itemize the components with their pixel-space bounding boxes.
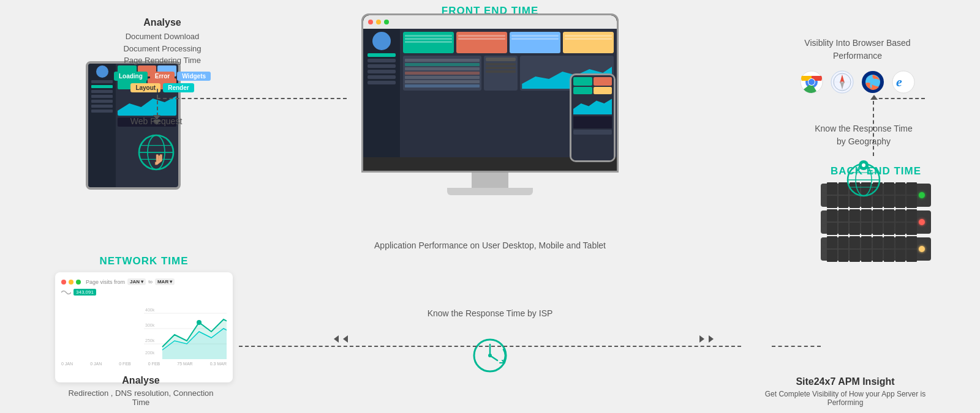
sidebar-item: [368, 70, 396, 73]
arrow-left-1: [334, 335, 339, 343]
analyse-top-title: Analyse: [101, 17, 224, 28]
server-grid: [827, 236, 917, 262]
clock-section: [472, 337, 508, 376]
sidebar-item: [368, 81, 396, 84]
monitor-table: [403, 56, 481, 91]
network-time-section: NETWORK TIME Page visits from JAN ▾ to M…: [49, 255, 239, 382]
arrow-left-2: [343, 335, 348, 343]
tag-teal: Render: [163, 83, 194, 92]
chart-top-bar: Page visits from JAN ▾ to MAR ▾: [61, 278, 227, 285]
svg-text:e: e: [896, 74, 902, 89]
analyse-bottom-title: Analyse: [67, 375, 214, 386]
tag-green: Loading: [114, 72, 148, 81]
ie-icon: e: [891, 70, 916, 94]
phone-stats: [573, 77, 612, 86]
stats-row: [403, 32, 614, 53]
sidebar-item: [368, 75, 396, 79]
arrow-down-1: [153, 115, 160, 120]
tag-orange: Layout: [130, 83, 160, 92]
site247-desc: Get Complete Visibility of How your App …: [747, 390, 943, 407]
dashed-h-right-top: [873, 98, 925, 99]
sidebar-item: [368, 53, 396, 57]
chart-mockup: Page visits from JAN ▾ to MAR ▾ 343,091 …: [55, 272, 233, 382]
arrow-down-2: [153, 120, 160, 125]
svg-line-18: [490, 355, 497, 360]
svg-text:200k: 200k: [145, 351, 155, 355]
server-grid: [827, 209, 917, 235]
chart-from: JAN ▾: [127, 278, 146, 285]
dashed-h-right-bottom: [772, 346, 821, 347]
svg-point-14: [197, 320, 202, 325]
monitor-top-bar: [363, 15, 617, 29]
svg-text:300k: 300k: [145, 323, 155, 327]
sidebar-item: [368, 59, 396, 62]
tags-row: Loading Error Widgets Layout Render: [101, 72, 224, 92]
safari-icon: [830, 70, 854, 94]
arrow-right-2: [709, 335, 714, 343]
app-performance-label: Application Performance on User Desktop,…: [374, 240, 606, 250]
sidebar-avatar: [372, 32, 391, 50]
sidebar-item: [368, 64, 396, 68]
firefox-icon: [861, 70, 885, 94]
server-unit-2: [821, 210, 931, 234]
svg-text:250k: 250k: [145, 338, 155, 343]
server-led-orange: [919, 246, 925, 252]
tag-red: Error: [150, 72, 175, 81]
monitor-search: [484, 56, 518, 91]
monitor-sidebar: [363, 29, 400, 157]
analyse-top-section: Analyse Document Download Document Proce…: [101, 17, 224, 92]
chart-dot-green: [76, 280, 81, 285]
phone-screen: [571, 75, 614, 160]
clock-icon: [472, 337, 508, 374]
geography-title: Know the Response Timeby Geography: [796, 122, 931, 148]
web-request-section: Web Request: [113, 116, 199, 176]
chart-badge: 343,091: [74, 289, 96, 296]
stat-card-orange: [563, 32, 614, 53]
app-performance: Application Performance on User Desktop,…: [374, 240, 606, 251]
dashed-h-top: [157, 98, 347, 99]
browser-title: Visiblity Into Browser BasedPerformance: [784, 37, 931, 62]
svg-rect-5: [156, 155, 159, 162]
dot-green: [384, 20, 389, 24]
tag-blue: Widgets: [177, 72, 211, 81]
site247-section: Site24x7 APM Insight Get Complete Visibi…: [747, 376, 943, 407]
browser-section: Visiblity Into Browser BasedPerformance: [784, 37, 931, 94]
monitor-stand: [472, 173, 508, 188]
chart-x-labels: 0 JAN 0 JAN 0 FEB 0 FEB 75 MAR 0.3 MAR: [61, 362, 227, 366]
chart-area: 400k 300k 250k 200k: [61, 298, 227, 359]
geography-section: Know the Response Timeby Geography: [796, 122, 931, 203]
arrow-right-1: [699, 335, 704, 343]
stat-card-blue: [510, 32, 560, 53]
stat-card-green: [403, 32, 454, 53]
svg-point-39: [862, 163, 865, 167]
analyse-bottom-section: Analyse Redirection , DNS resolution, Co…: [67, 375, 214, 407]
phone-dark-bar: [573, 116, 612, 128]
phone-wrap: [570, 73, 619, 162]
dot-yellow: [376, 20, 381, 24]
svg-point-22: [809, 79, 815, 85]
dot-red: [368, 20, 373, 24]
chart-dot-yellow: [69, 280, 74, 285]
tablet-chart: [118, 91, 176, 116]
stat-card-red: [456, 32, 507, 53]
chrome-icon: [799, 70, 824, 94]
phone-chart: [573, 96, 612, 114]
svg-rect-6: [159, 155, 160, 161]
server-led-red: [919, 219, 925, 225]
chart-dot-red: [61, 280, 66, 285]
monitor-base: [447, 188, 533, 195]
dashed-v-right: [873, 101, 874, 156]
geography-globe-icon: [839, 154, 888, 203]
chart-title: Page visits from: [86, 279, 125, 285]
main-diagram: FRONT END TIME: [0, 0, 980, 413]
server-unit-3: [821, 237, 931, 261]
analyse-bottom-desc: Redirection , DNS resolution, Connection…: [67, 389, 214, 407]
dashed-v-1: [157, 89, 158, 116]
network-time-label: NETWORK TIME: [49, 255, 239, 267]
site247-title: Site24x7 APM Insight: [747, 376, 943, 387]
analyse-top-desc: Document Download Document Processing Pa…: [101, 31, 224, 67]
svg-text:400k: 400k: [145, 308, 155, 312]
chart-to: MAR ▾: [155, 278, 175, 285]
phone: [570, 73, 616, 162]
browser-icons: e: [784, 70, 931, 94]
